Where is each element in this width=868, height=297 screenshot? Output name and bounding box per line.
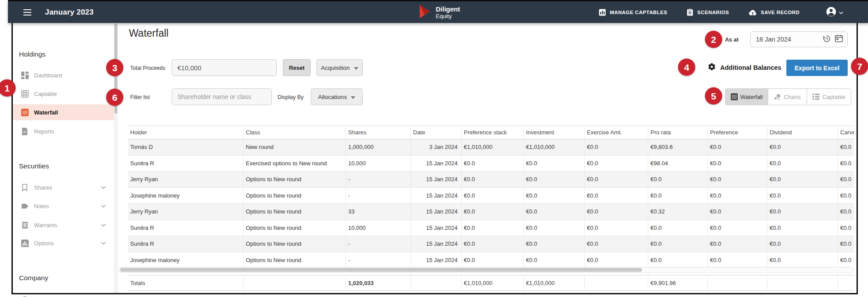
sidebar-item-label: Captable <box>34 91 57 97</box>
nav-manage-captables[interactable]: MANAGE CAPTABLES <box>596 8 670 16</box>
cloud-upload-icon <box>748 9 757 15</box>
cell: Options to New round <box>244 236 346 252</box>
navbar-actions: MANAGE CAPTABLESSCENARIOSSAVE RECORD <box>596 8 802 16</box>
hamburger-menu-icon[interactable] <box>21 7 34 18</box>
chevron-down-icon <box>839 9 843 15</box>
chevron-down-icon[interactable] <box>101 186 106 189</box>
cell: €0.0 <box>767 236 838 252</box>
cell: €0.0 <box>708 156 767 171</box>
sidebar-item-captable[interactable]: Captable <box>13 86 114 102</box>
filter-list-input[interactable] <box>172 88 272 105</box>
sidebar-item-label: Reports <box>34 128 54 135</box>
cell: Sunitra R <box>128 156 244 171</box>
cell: €0.32 <box>648 204 708 220</box>
table-row: Tomás DNew round1,000,0003 Jan 2024€1,01… <box>128 139 854 156</box>
cell: €0.0 <box>462 236 524 252</box>
sidebar-item-waterfall[interactable]: Waterfall <box>13 104 114 120</box>
diligent-logo-mark-icon <box>416 4 432 21</box>
app-window: January 2023 Diligent Equity MANAGE CAPT… <box>0 0 868 297</box>
table-row: Sunitra RExercised options to New round1… <box>128 156 854 172</box>
history-icon[interactable] <box>823 34 831 45</box>
view-toggle-charts[interactable]: Charts <box>768 89 807 105</box>
totals-cell <box>838 275 854 290</box>
cell: €0.0 <box>708 204 767 220</box>
sidebar-item-holders[interactable]: Holders <box>13 292 114 297</box>
cell: €0.0 <box>462 252 524 268</box>
scenario-type-dropdown[interactable]: Acquisition <box>316 59 363 76</box>
sidebar-item-notes[interactable]: Notes <box>13 198 114 214</box>
chevron-down-icon[interactable] <box>101 224 106 227</box>
sidebar-item-options[interactable]: Options <box>13 235 114 251</box>
cell: €0.0 <box>585 204 648 220</box>
callout-6: 6 <box>106 89 124 106</box>
sidebar-item-reports[interactable]: Reports <box>13 123 114 139</box>
totals-cell <box>411 275 462 290</box>
column-header-7: Pro rata <box>648 126 708 139</box>
caret-down-icon <box>354 65 358 71</box>
page-title: Waterfall <box>129 27 169 39</box>
cell: €0.0 <box>838 220 854 236</box>
cell: €0.0 <box>648 236 708 252</box>
cell: €0.0 <box>585 139 648 155</box>
logo-text-equity: Equity <box>436 13 460 19</box>
column-header-5: Investment <box>524 126 585 139</box>
as-at-date-picker[interactable] <box>750 31 848 47</box>
cell: 15 Jan 2024 <box>411 171 462 187</box>
nav-save-record[interactable]: SAVE RECORD <box>746 9 802 16</box>
reset-button[interactable]: Reset <box>283 59 311 76</box>
view-toggle-label: Captable <box>822 94 845 100</box>
sidebar-item-dashboard[interactable]: Dashboard <box>13 67 114 83</box>
cell: Josephine maloney <box>128 252 244 268</box>
cell: €98.04 <box>648 156 708 171</box>
total-proceeds-input[interactable] <box>172 59 277 76</box>
cell: €0.0 <box>462 220 524 236</box>
cell: €0.0 <box>767 156 838 171</box>
scenario-type-value: Acquisition <box>321 65 349 71</box>
cell: €0.0 <box>838 236 854 252</box>
totals-cell: €1,010,000 <box>462 275 524 290</box>
account-menu[interactable] <box>823 6 846 19</box>
cell: €0.0 <box>462 204 524 220</box>
table-horizontal-scrollbar[interactable] <box>118 267 854 273</box>
cell: €0.0 <box>524 220 585 236</box>
account-icon <box>826 7 836 18</box>
sidebar-item-label: Waterfall <box>34 109 58 116</box>
display-by-dropdown[interactable]: Allocations <box>311 88 363 105</box>
sidebar-item-label: Options <box>34 240 54 247</box>
cell: Options to New round <box>244 220 346 236</box>
nav-scenarios[interactable]: SCENARIOS <box>684 8 732 16</box>
export-to-excel-button[interactable]: Export to Excel <box>786 60 848 76</box>
waterfall-table: HolderClassSharesDatePreference stackInv… <box>128 126 854 268</box>
cell: €0.0 <box>462 156 524 171</box>
cell: €0.0 <box>767 188 838 204</box>
as-at-date-input[interactable] <box>755 35 819 43</box>
cell: €0.0 <box>708 236 767 252</box>
callout-7: 7 <box>851 58 868 75</box>
cell: €0.0 <box>462 171 524 187</box>
sidebar-item-shares[interactable]: Shares <box>13 179 114 195</box>
cell: €0.0 <box>524 156 585 171</box>
table-horizontal-scrollbar-thumb[interactable] <box>120 268 642 272</box>
additional-balances-button[interactable]: Additional Balances <box>705 62 784 72</box>
cell: €0.0 <box>708 171 767 187</box>
cell: €0.0 <box>524 204 585 220</box>
calendar-icon[interactable] <box>835 34 843 44</box>
cell: Options to New round <box>244 204 346 220</box>
column-header-8: Preference <box>708 126 767 139</box>
filter-list-label: Filter list <box>130 94 150 100</box>
view-toggle-waterfall[interactable]: Waterfall <box>725 89 768 105</box>
cell: €0.0 <box>585 188 648 204</box>
cell: - <box>346 188 411 204</box>
logo-text-diligent: Diligent <box>436 5 460 13</box>
cell: €0.0 <box>708 188 767 204</box>
chevron-down-icon[interactable] <box>101 205 106 208</box>
cell: New round <box>244 139 346 155</box>
cell: Tomás D <box>128 139 244 155</box>
callout-3: 3 <box>106 59 124 76</box>
chevron-down-icon[interactable] <box>101 242 106 245</box>
column-header-3: Date <box>411 126 462 139</box>
column-header-2: Shares <box>346 126 411 139</box>
additional-balances-label: Additional Balances <box>720 64 782 71</box>
sidebar-item-warrants[interactable]: Warrants <box>13 217 114 233</box>
view-toggle-captable[interactable]: Captable <box>807 89 851 105</box>
